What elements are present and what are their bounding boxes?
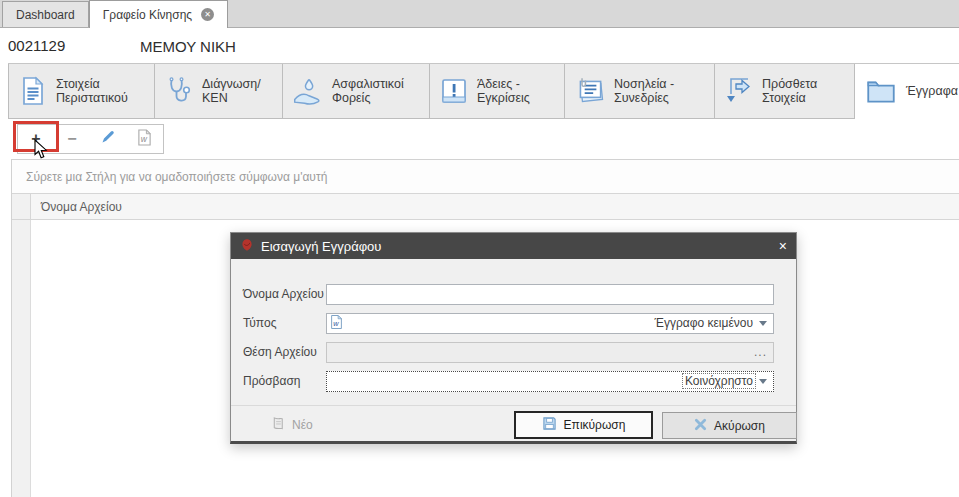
insurance-hand-icon — [291, 71, 325, 111]
row-indicator-column — [12, 220, 31, 497]
case-document-icon — [17, 71, 49, 111]
ribbon-tab-approvals[interactable]: Άδειες - Εγκρίσεις — [430, 64, 565, 119]
insert-document-dialog: Εισαγωγή Εγγράφου × Όνομα Αρχείου Τύπος … — [230, 232, 797, 444]
ribbon-tab-label: Άδειες - Εγκρίσεις — [477, 77, 556, 105]
save-floppy-icon — [542, 416, 557, 434]
browse-button[interactable]: ... — [748, 345, 773, 359]
cancel-x-icon — [694, 418, 707, 434]
grid-header-row: Όνομα Αρχείου — [12, 193, 959, 220]
grid-group-panel[interactable]: Σύρετε μια Στήλη για να ομαδοποιήσετε σύ… — [12, 160, 959, 193]
app-logo-icon — [240, 238, 254, 255]
confirm-button-label: Επικύρωση — [564, 418, 626, 432]
edit-document-button[interactable] — [90, 125, 126, 153]
patient-name: ΜΕΜΟΥ ΝΙΚΗ — [140, 38, 236, 55]
stethoscope-icon — [163, 71, 195, 111]
remove-icon: − — [67, 130, 76, 148]
column-header-label: Όνομα Αρχείου — [41, 200, 122, 214]
remove-document-button[interactable]: − — [54, 125, 90, 153]
word-document-icon: w — [137, 129, 152, 150]
filename-input[interactable] — [326, 284, 774, 305]
type-value: Έγγραφο κειμένου — [653, 316, 755, 330]
filepath-label: Θέση Αρχείου — [243, 345, 326, 359]
row-indicator-header — [12, 194, 31, 219]
approvals-alert-icon — [438, 71, 470, 111]
patient-header: 0021129 ΜΕΜΟΥ ΝΙΚΗ — [0, 29, 959, 63]
new-button-label: Νέο — [292, 418, 313, 432]
dialog-title: Εισαγωγή Εγγράφου — [261, 239, 381, 254]
new-button[interactable]: Νέο — [271, 412, 313, 438]
extra-data-arrow-icon — [723, 71, 755, 111]
tab-close-icon[interactable]: ✕ — [201, 8, 214, 21]
dropdown-arrow-icon[interactable] — [755, 321, 770, 326]
column-header-filename[interactable]: Όνομα Αρχείου — [31, 194, 959, 219]
field-row-type: Τύπος w Έγγραφο κειμένου — [243, 312, 774, 334]
application-window: Dashboard Γραφείο Κίνησης ✕ 0021129 ΜΕΜΟ… — [0, 0, 959, 497]
cancel-button-label: Ακύρωση — [714, 419, 765, 433]
filename-label: Όνομα Αρχείου — [243, 287, 326, 301]
dropdown-arrow-icon[interactable] — [755, 379, 770, 384]
field-row-filename: Όνομα Αρχείου — [243, 283, 774, 305]
svg-text:w: w — [333, 319, 339, 328]
open-document-button[interactable]: w — [126, 125, 162, 153]
ribbon-tab-label: Πρόσθετα Στοιχεία — [762, 77, 846, 105]
ribbon-tab-label: Έγγραφα — [906, 84, 958, 98]
tab-dashboard[interactable]: Dashboard — [2, 1, 89, 27]
ribbon-tab-label: Νοσηλεία - Συνεδρίες — [614, 77, 706, 105]
ribbon-tab-sessions[interactable]: Νοσηλεία - Συνεδρίες — [565, 64, 715, 119]
documents-folder-icon — [863, 71, 899, 111]
ribbon-tab-documents[interactable]: Έγγραφα — [855, 64, 959, 119]
ribbon-tab-diagnosis[interactable]: Διάγνωση/ΚΕΝ — [155, 64, 283, 119]
ribbon-tab-case-details[interactable]: Στοιχεία Περιστατικού — [8, 64, 155, 119]
type-label: Τύπος — [243, 316, 326, 330]
dialog-title-bar[interactable]: Εισαγωγή Εγγράφου × — [231, 233, 796, 259]
window-tab-strip: Dashboard Γραφείο Κίνησης ✕ — [0, 0, 959, 28]
access-combobox[interactable]: Κοινόχρηστο — [326, 371, 774, 392]
svg-text:w: w — [140, 134, 147, 144]
ribbon-tab-insurance[interactable]: Ασφαλιστικοί Φορείς — [283, 64, 430, 119]
footer-separator — [231, 405, 796, 406]
tab-grafeio-kinisis[interactable]: Γραφείο Κίνησης ✕ — [89, 0, 228, 28]
ribbon-tab-label: Διάγνωση/ΚΕΝ — [202, 77, 274, 105]
group-panel-text: Σύρετε μια Στήλη για να ομαδοποιήσετε σύ… — [26, 170, 327, 184]
patient-code: 0021129 — [8, 37, 65, 54]
word-document-icon: w — [330, 314, 343, 333]
filepath-input: ... — [326, 342, 774, 363]
dialog-close-icon[interactable]: × — [779, 239, 787, 253]
confirm-button[interactable]: Επικύρωση — [514, 411, 653, 439]
access-label: Πρόσβαση — [243, 374, 326, 388]
tab-grafeio-kinisis-label: Γραφείο Κίνησης — [103, 8, 192, 22]
new-note-icon — [271, 416, 286, 434]
sessions-notes-icon — [573, 71, 607, 111]
mouse-cursor — [34, 139, 48, 164]
type-combobox[interactable]: w Έγγραφο κειμένου — [326, 313, 774, 334]
field-row-filepath: Θέση Αρχείου ... — [243, 341, 774, 363]
field-row-access: Πρόσβαση Κοινόχρηστο — [243, 370, 774, 392]
ribbon-tab-bar: Στοιχεία Περιστατικού Διάγνωση/ΚΕΝ — [8, 63, 959, 119]
ribbon-tab-label: Στοιχεία Περιστατικού — [56, 77, 146, 105]
tab-dashboard-label: Dashboard — [16, 8, 75, 22]
access-value: Κοινόχρηστο — [683, 374, 755, 388]
edit-pencil-icon — [100, 129, 116, 149]
ribbon-tab-extra-data[interactable]: Πρόσθετα Στοιχεία — [715, 64, 855, 119]
cancel-button[interactable]: Ακύρωση — [662, 412, 797, 439]
ribbon-tab-label: Ασφαλιστικοί Φορείς — [332, 77, 421, 105]
